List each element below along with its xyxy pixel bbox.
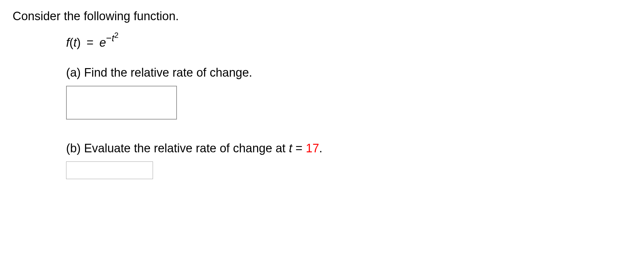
part-a-input[interactable]	[66, 86, 177, 120]
eq-var: t	[73, 36, 77, 49]
eq-exp-minus: −	[106, 32, 112, 43]
part-b-period: .	[319, 142, 323, 155]
eq-exponent: −t2	[106, 32, 119, 43]
part-a-label: (a) Find the relative rate of change.	[66, 66, 631, 79]
part-a: (a) Find the relative rate of change.	[66, 66, 631, 120]
eq-f: f	[66, 36, 70, 49]
part-b: (b) Evaluate the relative rate of change…	[66, 142, 631, 179]
eq-paren-close: )	[77, 36, 81, 49]
eq-base: e	[99, 36, 106, 49]
part-b-equals: =	[292, 142, 306, 155]
intro-text: Consider the following function.	[13, 9, 631, 23]
part-b-value: 17	[306, 142, 319, 155]
eq-equals: =	[83, 36, 97, 49]
eq-paren-open: (	[70, 36, 74, 49]
part-b-input[interactable]	[66, 161, 153, 179]
part-b-var: t	[289, 142, 292, 155]
equation: f(t) = e−t2	[66, 36, 631, 50]
eq-exp-pow: 2	[114, 31, 119, 39]
eq-exp-var: t	[112, 32, 114, 43]
part-b-prefix: (b) Evaluate the relative rate of change…	[66, 142, 289, 155]
part-b-label: (b) Evaluate the relative rate of change…	[66, 142, 631, 155]
content-block: f(t) = e−t2 (a) Find the relative rate o…	[13, 36, 631, 179]
